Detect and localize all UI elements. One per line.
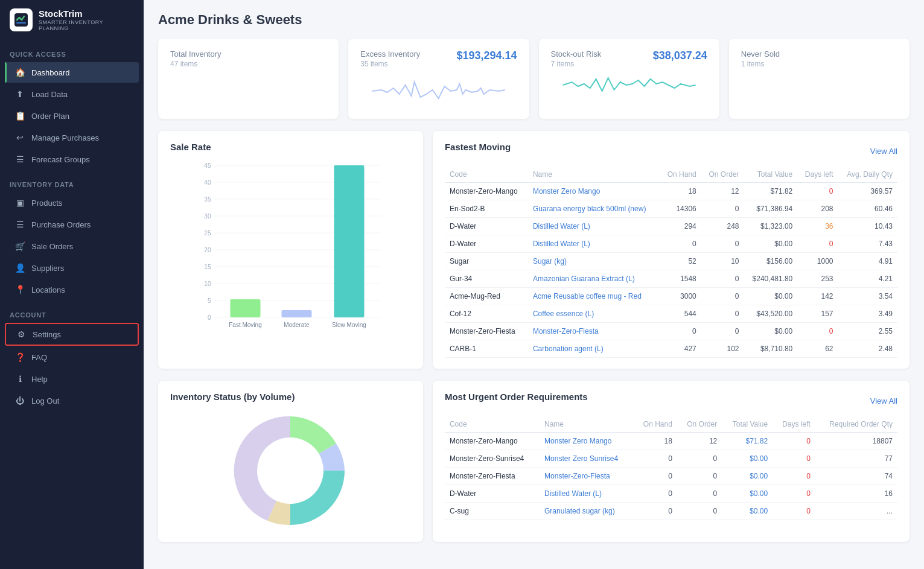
most-urgent-tbody: Monster-Zero-Mango Monster Zero Mango 18… — [445, 433, 897, 520]
cell-name: Sugar (kg) — [528, 253, 660, 270]
order-plan-icon: 📋 — [14, 111, 25, 121]
cell-code: Cof-12 — [445, 305, 528, 323]
sidebar-item-order-plan[interactable]: 📋 Order Plan — [5, 106, 139, 126]
sidebar-item-forecast-groups[interactable]: ☰ Forecast Groups — [5, 149, 139, 170]
suppliers-icon: 👤 — [14, 263, 25, 273]
cell-on-hand: 0 — [634, 503, 677, 520]
cell-days-left: 142 — [797, 288, 838, 305]
fastest-moving-card: Fastest Moving View All Code Name On Han… — [433, 131, 910, 369]
col-avg-daily: Avg. Daily Qty — [838, 167, 897, 183]
svg-text:Fast Moving: Fast Moving — [229, 322, 261, 328]
table-row: D-Water Distilled Water (L) 0 0 $0.00 0 … — [445, 485, 897, 503]
cell-on-order: 248 — [701, 218, 744, 235]
cell-code: Acme-Mug-Red — [445, 288, 528, 305]
excess-inventory-title: Excess Inventory — [360, 49, 420, 59]
sidebar-item-suppliers[interactable]: 👤 Suppliers — [5, 258, 139, 278]
manage-purchases-icon: ↩ — [14, 133, 25, 142]
cell-avg-daily: 4.91 — [838, 253, 897, 270]
total-inventory-subtitle: 47 items — [170, 60, 327, 68]
table-row: Sugar Sugar (kg) 52 10 $156.00 1000 4.91 — [445, 253, 897, 270]
sidebar-item-sale-orders[interactable]: 🛒 Sale Orders — [5, 236, 139, 256]
svg-text:15: 15 — [204, 264, 211, 270]
sidebar-item-load-data[interactable]: ⬆ Load Data — [5, 84, 139, 104]
col-days-left: Days left — [797, 167, 838, 183]
cell-on-hand: 427 — [660, 340, 701, 358]
logo-sub: SMARTER INVENTORY PLANNING — [39, 19, 134, 31]
cell-name: Monster-Zero-Fiesta — [540, 468, 634, 485]
fastest-moving-col-headers: Code Name On Hand On Order Total Value D… — [445, 167, 897, 183]
sidebar-item-manage-purchases[interactable]: ↩ Manage Purchases — [5, 127, 139, 148]
svg-rect-1 — [16, 22, 26, 24]
card-never-sold: Never Sold 1 items — [729, 39, 910, 119]
cell-total-value: $240,481.80 — [744, 270, 798, 288]
cell-on-order: 0 — [701, 235, 744, 253]
col-name: Name — [528, 167, 660, 183]
cell-total-value: $71.82 — [744, 183, 798, 200]
col-code: Code — [445, 167, 528, 183]
inventory-status-chart — [170, 410, 411, 531]
sidebar-item-locations[interactable]: 📍 Locations — [5, 279, 139, 300]
svg-text:35: 35 — [204, 196, 211, 203]
fastest-moving-title: Fastest Moving — [445, 142, 511, 152]
cell-on-order: 10 — [701, 253, 744, 270]
sidebar-item-logout[interactable]: ⏻ Log Out — [5, 390, 139, 411]
stock-out-value: $38,037.24 — [653, 49, 707, 62]
most-urgent-header: Most Urgent Order Requirements View All — [445, 392, 897, 410]
col-mu-code: Code — [445, 416, 540, 433]
cell-on-hand: 0 — [660, 323, 701, 340]
cell-on-order: 0 — [701, 288, 744, 305]
cell-code: Monster-Zero-Mango — [445, 183, 528, 200]
cell-on-hand: 3000 — [660, 288, 701, 305]
cell-avg-daily: 10.43 — [838, 218, 897, 235]
table-row: D-Water Distilled Water (L) 0 0 $0.00 0 … — [445, 235, 897, 253]
excess-inventory-chart — [360, 73, 517, 108]
svg-text:5: 5 — [208, 297, 211, 304]
never-sold-subtitle: 1 items — [741, 60, 897, 68]
cell-name: Distilled Water (L) — [528, 235, 660, 253]
card-stock-out-risk: Stock-out Risk 7 items $38,037.24 — [539, 39, 719, 119]
cell-on-order: 0 — [677, 450, 722, 468]
sidebar-item-purchase-orders[interactable]: ☰ Purchase Orders — [5, 214, 139, 235]
cell-on-hand: 0 — [634, 485, 677, 503]
cell-code: Monster-Zero-Fiesta — [445, 323, 528, 340]
cell-on-hand: 1548 — [660, 270, 701, 288]
most-urgent-view-all[interactable]: View All — [870, 396, 897, 405]
cell-total-value: $0.00 — [722, 503, 773, 520]
cell-name: Granulated sugar (kg) — [540, 503, 634, 520]
fastest-moving-view-all[interactable]: View All — [870, 147, 897, 156]
cell-name: Acme Reusable coffee mug - Red — [528, 288, 660, 305]
sidebar-item-dashboard[interactable]: 🏠 Dashboard — [5, 62, 139, 83]
sidebar-label-logout: Log Out — [31, 396, 129, 405]
cell-name: Guarana energy black 500ml (new) — [528, 200, 660, 218]
cell-total-value: $1,323.00 — [744, 218, 798, 235]
cell-total-value: $0.00 — [744, 288, 798, 305]
sale-orders-icon: 🛒 — [14, 241, 25, 251]
sidebar-item-settings[interactable]: ⚙ Settings — [5, 323, 139, 346]
svg-text:45: 45 — [204, 162, 211, 169]
cell-on-order: 0 — [701, 270, 744, 288]
table-row: Gur-34 Amazonian Guarana Extract (L) 154… — [445, 270, 897, 288]
cell-code: D-Water — [445, 485, 540, 503]
cell-on-hand: 18 — [634, 433, 677, 450]
col-on-hand: On Hand — [660, 167, 701, 183]
sidebar-label-faq: FAQ — [31, 353, 129, 362]
cell-total-value: $71.82 — [722, 433, 773, 450]
sidebar-item-help[interactable]: ℹ Help — [5, 369, 139, 389]
svg-text:Moderate: Moderate — [284, 322, 310, 328]
cell-days-left: 0 — [773, 450, 815, 468]
cell-total-value: $156.00 — [744, 253, 798, 270]
sidebar-item-products[interactable]: ▣ Products — [5, 192, 139, 213]
products-icon: ▣ — [14, 198, 25, 208]
sale-rate-title: Sale Rate — [170, 142, 411, 152]
col-mu-req-qty: Required Order Qty — [815, 416, 897, 433]
sidebar-item-faq[interactable]: ❓ FAQ — [5, 347, 139, 367]
cell-on-hand: 52 — [660, 253, 701, 270]
cell-days-left: 208 — [797, 200, 838, 218]
cell-avg-daily: 7.43 — [838, 235, 897, 253]
sidebar-label-purchase-orders: Purchase Orders — [31, 220, 129, 229]
cell-name: Distilled Water (L) — [528, 218, 660, 235]
cell-avg-daily: 2.48 — [838, 340, 897, 358]
table-row: Monster-Zero-Mango Monster Zero Mango 18… — [445, 433, 897, 450]
cell-req-qty: 77 — [815, 450, 897, 468]
locations-icon: 📍 — [14, 285, 25, 294]
